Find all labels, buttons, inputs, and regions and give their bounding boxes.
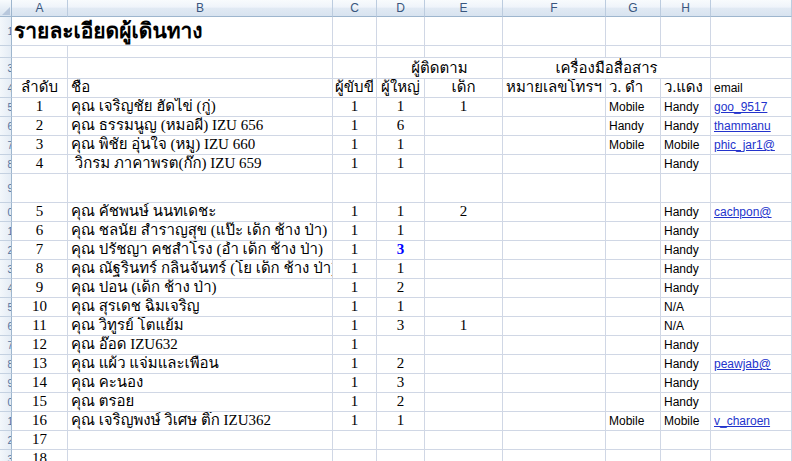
column-header-G[interactable]: G xyxy=(606,0,661,17)
cell-radio-black[interactable] xyxy=(606,431,661,450)
row-header[interactable]: 3 xyxy=(0,260,12,279)
cell-name[interactable]: คุณ ธรรมนูญ (หมอผี) IZU 656 xyxy=(68,117,333,136)
cell-driver[interactable] xyxy=(333,450,377,461)
cell-adult[interactable]: 1 xyxy=(377,412,425,431)
cell-radio-red[interactable]: Handy xyxy=(661,241,711,260)
cell-driver[interactable]: 1 xyxy=(333,298,377,317)
cell-driver[interactable]: 1 xyxy=(333,279,377,298)
cell-name[interactable] xyxy=(68,431,333,450)
cell-driver[interactable]: 1 xyxy=(333,117,377,136)
cell-name[interactable]: คุณ คัชพนษ์ นนทเดชะ xyxy=(68,203,333,222)
cell-child[interactable]: 1 xyxy=(425,98,503,117)
cell-radio-black[interactable] xyxy=(606,279,661,298)
cell-adult[interactable] xyxy=(377,174,425,203)
cell-child[interactable] xyxy=(425,355,503,374)
cell-adult[interactable]: 3 xyxy=(377,241,425,260)
cell-child[interactable] xyxy=(425,279,503,298)
cell-radio-red[interactable]: N/A xyxy=(661,317,711,336)
cell-radio-black[interactable] xyxy=(606,222,661,241)
cell-adult[interactable]: 2 xyxy=(377,355,425,374)
row-header[interactable]: 0 xyxy=(0,393,12,412)
cell-name[interactable] xyxy=(68,450,333,461)
cell-radio-black[interactable] xyxy=(606,260,661,279)
cell-driver[interactable]: 1 xyxy=(333,260,377,279)
cell-email[interactable] xyxy=(711,336,792,355)
column-header-D[interactable]: D xyxy=(377,0,425,17)
cell-name[interactable]: คุณ วิทูรย์ โตแย้ม xyxy=(68,317,333,336)
row-header[interactable]: 9 xyxy=(0,174,12,203)
cell-child[interactable] xyxy=(425,174,503,203)
cell-radio-red[interactable]: Mobile xyxy=(661,136,711,155)
cell-child[interactable] xyxy=(425,450,503,461)
cell-email[interactable]: thammanu xyxy=(711,117,792,136)
email-link[interactable]: cachpon@ xyxy=(714,205,772,220)
header-email[interactable]: email xyxy=(711,79,792,98)
header-radio-black[interactable]: ว. ดำ xyxy=(606,79,661,98)
cell-no[interactable]: 15 xyxy=(12,393,68,412)
cell-phone[interactable] xyxy=(503,98,606,117)
row-header[interactable]: 7 xyxy=(0,136,12,155)
cell-adult[interactable]: 3 xyxy=(377,374,425,393)
cell-name[interactable] xyxy=(68,174,333,203)
cell-adult[interactable] xyxy=(377,336,425,355)
email-link[interactable]: thammanu xyxy=(714,119,771,134)
cell-name[interactable]: คุณ คะนอง xyxy=(68,374,333,393)
header-phone[interactable]: หมายเลขโทรฯ xyxy=(503,79,606,98)
cell-name[interactable]: คุณ สุรเดช ฉิมเจริญ xyxy=(68,298,333,317)
row-header[interactable]: 2 xyxy=(0,241,12,260)
cell-child[interactable] xyxy=(425,260,503,279)
cell-radio-red[interactable]: Handy xyxy=(661,203,711,222)
cell-email[interactable]: peawjab@ xyxy=(711,355,792,374)
cell-radio-red[interactable]: Handy xyxy=(661,279,711,298)
cell-name[interactable]: คุณ ปอน (เด็ก ช้าง ป่า) xyxy=(68,279,333,298)
cell-email[interactable] xyxy=(711,260,792,279)
cell-phone[interactable] xyxy=(503,117,606,136)
cell-name[interactable]: คุณ อ๊อด IZU632 xyxy=(68,336,333,355)
cell-child[interactable] xyxy=(425,222,503,241)
cell-child[interactable]: 2 xyxy=(425,203,503,222)
cell-radio-black[interactable] xyxy=(606,393,661,412)
cell-adult[interactable]: 1 xyxy=(377,98,425,117)
cell-driver[interactable]: 1 xyxy=(333,393,377,412)
email-link[interactable]: goo_9517 xyxy=(714,100,767,115)
cell-no[interactable]: 13 xyxy=(12,355,68,374)
cell-phone[interactable] xyxy=(503,317,606,336)
cell-radio-red[interactable] xyxy=(661,431,711,450)
cell-email[interactable] xyxy=(711,317,792,336)
cell-adult[interactable]: 6 xyxy=(377,117,425,136)
cell-child[interactable] xyxy=(425,431,503,450)
row-header[interactable]: 8 xyxy=(0,155,12,174)
cell-phone[interactable] xyxy=(503,450,606,461)
cell-phone[interactable] xyxy=(503,374,606,393)
email-link[interactable]: v_charoen xyxy=(714,414,770,429)
cell-no[interactable]: 1 xyxy=(12,98,68,117)
cell-adult[interactable]: 2 xyxy=(377,279,425,298)
header-adult[interactable]: ผู้ใหญ่ xyxy=(377,79,425,98)
cell-email[interactable] xyxy=(711,279,792,298)
cell-phone[interactable] xyxy=(503,336,606,355)
page-title[interactable]: รายละเอียดผู้เดินทาง xyxy=(12,17,333,46)
cell-radio-red[interactable]: Handy xyxy=(661,260,711,279)
cell-email[interactable] xyxy=(711,431,792,450)
column-header-C[interactable]: C xyxy=(333,0,377,17)
cell-email[interactable]: phic_jar1@ xyxy=(711,136,792,155)
cell-email[interactable] xyxy=(711,374,792,393)
cell-radio-red[interactable]: Handy xyxy=(661,222,711,241)
cell-email[interactable] xyxy=(711,241,792,260)
cell-adult[interactable]: 2 xyxy=(377,393,425,412)
cell-radio-red[interactable]: Handy xyxy=(661,336,711,355)
cell-driver[interactable] xyxy=(333,174,377,203)
cell-driver[interactable]: 1 xyxy=(333,355,377,374)
cell-driver[interactable]: 1 xyxy=(333,136,377,155)
cell-email[interactable]: v_charoen xyxy=(711,412,792,431)
cell-child[interactable] xyxy=(425,241,503,260)
cell-child[interactable]: 1 xyxy=(425,317,503,336)
cell-email[interactable] xyxy=(711,222,792,241)
cell-email[interactable]: goo_9517 xyxy=(711,98,792,117)
cell-radio-black[interactable] xyxy=(606,374,661,393)
cell-name[interactable]: คุณ เจริญพงษ์ วิเศษ ติ๊ก IZU362 xyxy=(68,412,333,431)
cell-no[interactable]: 5 xyxy=(12,203,68,222)
cell-radio-black[interactable] xyxy=(606,317,661,336)
row-header[interactable]: 2 xyxy=(0,431,12,450)
cell-radio-black[interactable] xyxy=(606,336,661,355)
